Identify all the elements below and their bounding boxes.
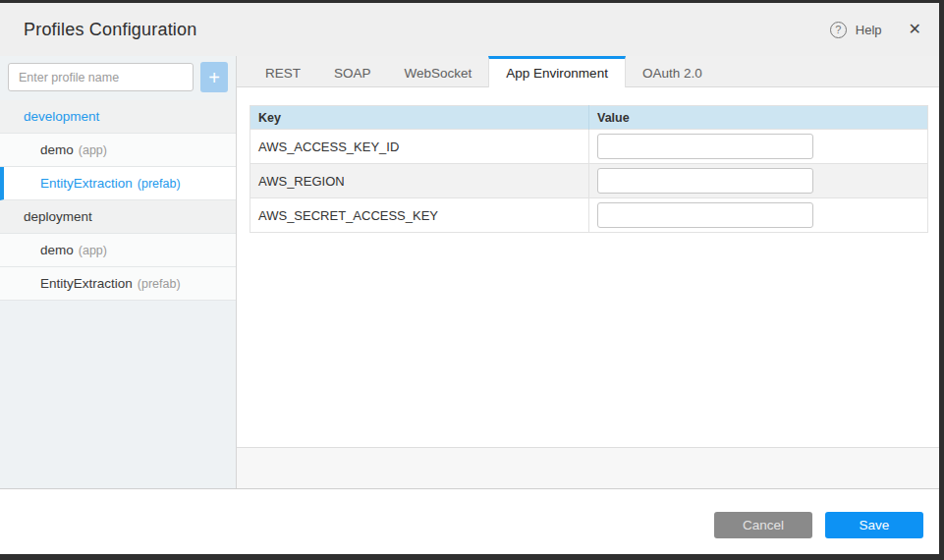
dialog-header: Profiles Configuration ? Help ✕ [0, 3, 939, 56]
table-row: AWS_SECRET_ACCESS_KEY [250, 198, 928, 233]
tab-content-app-environment: Key Value AWS_ACCESS_KEY_ID [237, 87, 939, 447]
tab-oauth[interactable]: OAuth 2.0 [626, 56, 719, 86]
help-icon[interactable]: ? [830, 22, 847, 38]
save-button[interactable]: Save [825, 512, 923, 538]
table-row: AWS_REGION [250, 164, 928, 198]
env-value-input-aws-region[interactable] [597, 168, 813, 194]
window-frame: Profiles Configuration ? Help ✕ + develo… [0, 0, 944, 560]
close-icon[interactable]: ✕ [909, 22, 921, 37]
profile-list: development demo (app) EntityExtraction … [0, 100, 236, 301]
env-key-label: AWS_ACCESS_KEY_ID [250, 130, 589, 164]
sidebar-item-demo-deployment[interactable]: demo (app) [0, 234, 236, 267]
main-panel: REST SOAP WebSocket App Environment OAut… [237, 56, 939, 488]
table-row: AWS_ACCESS_KEY_ID [250, 130, 928, 164]
profile-name-input[interactable] [8, 63, 194, 91]
sidebar-item-demo-development[interactable]: demo (app) [0, 134, 236, 167]
table-header-row: Key Value [250, 106, 928, 130]
dialog-body: + development demo (app) EntityExtractio… [0, 56, 939, 488]
help-link[interactable]: Help [856, 23, 882, 37]
tab-app-environment[interactable]: App Environment [488, 56, 626, 87]
sidebar-item-entityextraction-deployment[interactable]: EntityExtraction (prefab) [0, 267, 236, 301]
add-profile-button[interactable]: + [200, 62, 228, 92]
profile-add-row: + [0, 56, 236, 100]
env-key-label: AWS_SECRET_ACCESS_KEY [250, 198, 589, 233]
env-variables-table: Key Value AWS_ACCESS_KEY_ID [250, 105, 928, 233]
page-title: Profiles Configuration [24, 20, 197, 40]
profiles-sidebar: + development demo (app) EntityExtractio… [0, 56, 237, 488]
profiles-configuration-dialog: Profiles Configuration ? Help ✕ + develo… [0, 3, 939, 554]
dialog-footer: Cancel Save [0, 488, 939, 554]
column-header-value: Value [589, 106, 928, 130]
service-tabbar: REST SOAP WebSocket App Environment OAut… [237, 56, 939, 87]
header-actions: ? Help ✕ [830, 22, 921, 38]
tab-rest[interactable]: REST [249, 56, 317, 86]
content-bottom-strip [237, 447, 939, 488]
tab-soap[interactable]: SOAP [317, 56, 388, 86]
sidebar-group-development[interactable]: development [0, 100, 236, 134]
sidebar-group-deployment[interactable]: deployment [0, 200, 236, 234]
tab-websocket[interactable]: WebSocket [388, 56, 489, 86]
column-header-key: Key [250, 106, 589, 130]
sidebar-item-entityextraction-development[interactable]: EntityExtraction (prefab) [0, 167, 236, 200]
env-key-label: AWS_REGION [250, 164, 589, 198]
cancel-button[interactable]: Cancel [714, 512, 812, 538]
env-value-input-aws-secret-access-key[interactable] [597, 202, 813, 228]
env-value-input-aws-access-key-id[interactable] [597, 134, 813, 159]
